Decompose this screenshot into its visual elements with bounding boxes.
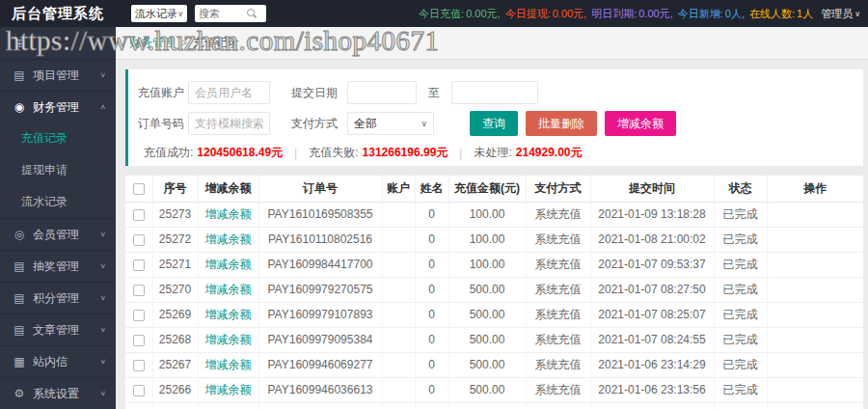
cell-method: 系统充值 [526, 327, 590, 352]
admin-menu[interactable]: 管理员 ∨ [821, 7, 860, 21]
adjust-balance-link[interactable]: 增减余额 [205, 308, 252, 321]
cell-seq: 25273 [152, 202, 198, 227]
account-input[interactable] [188, 81, 270, 104]
cell-order: PAY1609984417700 [258, 252, 382, 277]
query-button[interactable]: 查询 [470, 111, 518, 136]
cell-status: 已完成 [714, 227, 767, 252]
sidebar-item-project[interactable]: ▤ 项目管理 ∨ [0, 59, 116, 91]
adjust-balance-link[interactable]: 增减余额 [205, 283, 252, 296]
sidebar-subitem-withdraw-apply[interactable]: 提现申请 [0, 154, 116, 186]
chevron-icon: ∨ [99, 262, 106, 270]
table-row: 25268 增减余额 PAY1609979095384 0 500.00 系统充… [125, 327, 863, 352]
sidebar-item-article[interactable]: ▤ 文章管理 ∨ [0, 314, 116, 345]
adjust-balance-link[interactable]: 增减余额 [205, 358, 252, 371]
row-checkbox[interactable] [133, 285, 145, 296]
module-select[interactable]: 流水记录 ∨ [131, 5, 187, 22]
summary-line: 充值成功: 120450618.49元 | 充值失败: 131266196.99… [128, 145, 583, 161]
cell-method: 系统充值 [526, 352, 590, 377]
chevron-down-icon: ∨ [420, 119, 427, 128]
sidebar-subitem-flow-records[interactable]: 流水记录 [0, 186, 116, 218]
adjust-balance-link[interactable]: 增减余额 [205, 232, 252, 246]
sidebar-item-message[interactable]: ▦ 站内信 ∨ [0, 345, 116, 377]
cell-action [767, 377, 863, 402]
stat-label: 今日充值: [419, 7, 464, 21]
chevron-down-icon: ∨ [177, 10, 183, 18]
cell-seq: 25271 [152, 252, 198, 277]
adjust-balance-link[interactable]: 增减余额 [205, 207, 252, 221]
sidebar-item-finance[interactable]: ◉ 财务管理 ∧ [0, 91, 116, 123]
cell-seq: 25272 [152, 227, 198, 252]
row-checkbox[interactable] [133, 360, 145, 371]
cell-account [382, 352, 415, 377]
row-checkbox[interactable] [133, 385, 145, 396]
stat-today-withdraw: 今日提现: 0.00元, [505, 7, 587, 21]
breadcrumb-parent[interactable]: 财务管理 [129, 35, 176, 51]
stat-today-recharge: 今日充值: 0.00元, [419, 7, 501, 21]
cell-time: 2021-01-07 08:25:07 [590, 302, 714, 327]
pending-label: 未处理: [474, 145, 511, 161]
select-all-checkbox[interactable] [133, 183, 145, 195]
table-row: 25266 增减余额 PAY1609946036613 0 500.00 系统充… [125, 377, 863, 402]
cell-status: 已完成 [714, 377, 767, 402]
cell-status: 已完成 [714, 402, 767, 409]
search-icon[interactable] [247, 9, 257, 18]
cell-amount: 500.00 [448, 302, 526, 327]
cell-amount: 500.00 [448, 352, 526, 377]
adjust-balance-button[interactable]: 增减余额 [605, 111, 676, 136]
fail-label: 充值失败: [309, 145, 358, 161]
cell-order: PAY1609946036613 [258, 377, 382, 402]
filter-panel: 充值账户 提交日期 至 订单号码 支付方式 全部 ∨ 查询 批量删除 增减余额 … [125, 69, 863, 166]
chevron-icon: ∨ [99, 326, 106, 334]
order-input[interactable] [188, 112, 270, 135]
chevron-icon: ∨ [99, 358, 106, 366]
date-to-input[interactable] [451, 81, 538, 104]
cell-time: 2021-01-09 13:18:28 [590, 202, 714, 227]
member-icon: ◎ [12, 228, 27, 241]
stat-label: 今日新增: [678, 7, 723, 21]
cell-name: 0 [415, 402, 448, 409]
row-checkbox[interactable] [133, 310, 145, 321]
adjust-balance-link[interactable]: 增减余额 [205, 258, 252, 271]
cell-account [382, 277, 415, 302]
batch-delete-button[interactable]: 批量删除 [526, 111, 597, 136]
stat-value: 0人, [725, 7, 745, 21]
table-row: 25270 增减余额 PAY1609979270575 0 500.00 系统充… [125, 277, 863, 302]
col-seq: 序号 [152, 176, 198, 202]
search-box[interactable] [195, 5, 266, 22]
sidebar-subitem-recharge-records[interactable]: 充值记录 [0, 123, 116, 154]
row-checkbox[interactable] [133, 259, 145, 271]
stat-value: 0.00元, [553, 7, 586, 21]
pay-method-select[interactable]: 全部 ∨ [347, 112, 434, 135]
row-checkbox[interactable] [133, 234, 145, 246]
table-row: 25272 增减余额 PAY1610110802516 0 100.00 系统充… [125, 227, 863, 252]
adjust-balance-link[interactable]: 增减余额 [205, 383, 252, 396]
sidebar-item-home[interactable]: ⊞ [0, 27, 116, 59]
table-body: 25273 增减余额 PAY1610169508355 0 100.00 系统充… [125, 202, 863, 409]
search-input[interactable] [199, 8, 247, 19]
sidebar-item-points[interactable]: ▤ 积分管理 ∨ [0, 282, 116, 314]
cell-status: 已完成 [714, 302, 767, 327]
cell-amount: 500.00 [448, 327, 526, 352]
pay-method-label: 支付方式 [291, 116, 341, 132]
sidebar-item-settings[interactable]: ⚙ 系统设置 ∨ [0, 377, 116, 409]
cell-name: 0 [415, 202, 448, 227]
doc-icon: ▤ [12, 259, 27, 273]
cell-action [767, 227, 863, 252]
doc-icon: ▤ [12, 291, 27, 305]
date-from-input[interactable] [347, 81, 417, 104]
row-checkbox[interactable] [133, 209, 145, 221]
sidebar-item-member[interactable]: ◎ 会员管理 ∨ [0, 218, 116, 250]
col-order: 订单号 [258, 176, 382, 202]
row-checkbox[interactable] [133, 335, 145, 346]
col-account: 账户 [382, 176, 415, 202]
col-adjust: 增减余额 [198, 176, 258, 202]
pay-method-value: 全部 [354, 116, 377, 132]
adjust-balance-link[interactable]: 增减余额 [205, 333, 252, 346]
cell-amount: 500.00 [448, 377, 526, 402]
cell-order: PAY1609946017837 [258, 402, 382, 409]
sidebar-item-lottery[interactable]: ▤ 抽奖管理 ∨ [0, 250, 116, 282]
cell-seq: 25270 [152, 277, 198, 302]
table-header-row: 序号 增减余额 订单号 账户 姓名 充值金额(元) 支付方式 提交时间 状态 操… [125, 176, 863, 202]
col-status: 状态 [714, 176, 767, 202]
cell-order: PAY1609979095384 [258, 327, 382, 352]
